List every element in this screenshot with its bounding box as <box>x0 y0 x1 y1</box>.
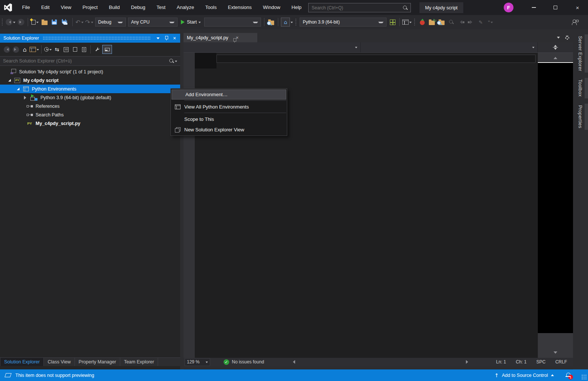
close-panel-button[interactable]: × <box>170 34 179 42</box>
chevron-up-icon[interactable] <box>551 373 554 376</box>
collapse-all-button[interactable] <box>62 45 70 54</box>
notifications-bell-icon[interactable]: 1 <box>565 372 571 378</box>
search-input[interactable] <box>309 5 403 10</box>
tab-team-explorer[interactable]: Team Explorer <box>120 358 158 366</box>
find-symbol-button[interactable] <box>447 17 455 27</box>
comment-button[interactable]: " <box>486 17 494 27</box>
tree-item-python-env[interactable]: Python 3.9 (64-bit) (global default) <box>0 93 180 102</box>
menu-debug[interactable]: Debug <box>125 0 151 15</box>
tree-item-project[interactable]: PY My c4pdy script <box>0 76 180 85</box>
tree-item-python-environments[interactable]: Python Environments <box>0 85 180 93</box>
find-in-files-button[interactable] <box>267 17 275 27</box>
se-search-input[interactable] <box>3 58 169 64</box>
expander-open-icon[interactable] <box>8 79 11 82</box>
menu-project[interactable]: Project <box>77 0 103 15</box>
document-list-caret[interactable] <box>557 37 560 40</box>
pin-button[interactable] <box>162 34 170 42</box>
start-debug-button[interactable]: Start <box>181 17 201 27</box>
column-indicator[interactable]: Ch: 1 <box>516 359 527 365</box>
search-icon[interactable] <box>169 58 174 64</box>
menu-edit[interactable]: Edit <box>36 0 55 15</box>
document-tab[interactable]: My_c4pdy_script.py × <box>184 33 257 42</box>
window-layout-button[interactable] <box>402 17 412 27</box>
menu-view[interactable]: View <box>55 0 77 15</box>
se-forward-button[interactable] <box>12 45 20 54</box>
scroll-down-button[interactable] <box>538 350 573 358</box>
tab-toolbox[interactable]: Toolbox <box>577 78 588 98</box>
close-button[interactable]: × <box>569 0 586 15</box>
target-combo[interactable] <box>204 18 261 27</box>
menu-file[interactable]: File <box>16 0 36 15</box>
spaces-indicator[interactable]: SPC <box>536 359 546 365</box>
window-position-button[interactable] <box>154 34 162 42</box>
tab-server-explorer[interactable]: Server Explorer <box>577 34 588 73</box>
new-project-button[interactable] <box>31 17 39 27</box>
undo-button[interactable]: ↶ <box>75 17 84 27</box>
menu-extensions[interactable]: Extensions <box>222 0 257 15</box>
tree-item-references[interactable]: References <box>0 102 180 110</box>
scroll-right-arrow[interactable] <box>466 360 470 364</box>
configuration-combo[interactable]: Debug <box>95 18 126 27</box>
open-file-button[interactable] <box>40 17 49 27</box>
menu-item-view-all-environments[interactable]: View All Python Environments <box>171 101 287 112</box>
resize-grip[interactable] <box>581 374 587 380</box>
wrench-button[interactable] <box>93 45 101 54</box>
extension-tomato-button[interactable] <box>418 17 426 27</box>
panel-splitter[interactable] <box>184 366 573 369</box>
solution-explorer-titlebar[interactable]: Solution Explorer × <box>0 34 180 43</box>
search-options-caret[interactable] <box>175 61 177 63</box>
edit-button[interactable]: ✎ <box>476 17 485 27</box>
menu-build[interactable]: Build <box>103 0 125 15</box>
preview-selected-items-toggle[interactable] <box>102 45 112 54</box>
zoom-combo[interactable]: 129 % <box>185 358 210 366</box>
tab-class-view[interactable]: Class View <box>44 358 75 366</box>
shift-left-button[interactable] <box>457 17 465 27</box>
menu-test[interactable]: Test <box>151 0 171 15</box>
quick-search-box[interactable] <box>308 3 411 12</box>
expander-closed-icon[interactable] <box>24 96 28 100</box>
member-dropdown[interactable] <box>361 42 538 52</box>
menu-tools[interactable]: Tools <box>200 0 222 15</box>
shift-right-button[interactable] <box>467 17 475 27</box>
scrollbar-splitter[interactable] <box>538 42 573 52</box>
properties-button[interactable] <box>80 45 88 54</box>
python-environment-combo[interactable]: Python 3.9 (64-bit) <box>300 18 387 27</box>
navigate-forward-button[interactable] <box>17 17 25 27</box>
scroll-left-arrow[interactable] <box>291 360 295 364</box>
home-button[interactable]: ⌂ <box>281 17 293 27</box>
se-back-button[interactable] <box>3 45 11 54</box>
gear-icon[interactable] <box>565 36 569 40</box>
send-feedback-button[interactable] <box>571 17 579 27</box>
extension-folder-button[interactable]: ↻ <box>428 17 436 27</box>
save-button[interactable] <box>50 17 58 27</box>
editor-horizontal-scrollbar[interactable] <box>291 360 470 364</box>
tab-properties[interactable]: Properties <box>577 104 588 130</box>
user-avatar[interactable]: F <box>504 3 513 12</box>
show-all-files-button[interactable] <box>71 45 79 54</box>
save-all-button[interactable] <box>60 17 70 27</box>
line-ending-indicator[interactable]: CRLF <box>555 359 567 365</box>
scroll-up-button[interactable] <box>538 53 573 61</box>
expander-open-icon[interactable] <box>17 88 19 90</box>
switch-views-button[interactable] <box>30 45 39 54</box>
tab-solution-explorer[interactable]: Solution Explorer <box>0 358 44 366</box>
minimize-button[interactable] <box>525 0 542 15</box>
type-dropdown[interactable] <box>184 42 361 52</box>
tab-property-manager[interactable]: Property Manager <box>75 358 120 366</box>
add-to-source-control-button[interactable]: Add to Source Control <box>502 373 548 378</box>
map-mode-scrollbar[interactable] <box>538 53 573 358</box>
menu-analyze[interactable]: Analyze <box>171 0 200 15</box>
add-environment-button[interactable] <box>388 17 397 27</box>
maximize-button[interactable] <box>547 0 564 15</box>
pending-changes-filter-button[interactable] <box>44 45 52 54</box>
toolbar-drag-grip[interactable] <box>1 18 3 26</box>
menu-window[interactable]: Window <box>257 0 286 15</box>
platform-combo[interactable]: Any CPU <box>128 18 178 27</box>
redo-button[interactable]: ↷ <box>85 17 93 27</box>
sync-with-active-document-button[interactable]: ⇆ <box>53 45 61 54</box>
navigate-back-button[interactable] <box>6 17 15 27</box>
menu-item-add-environment[interactable]: Add Environment… <box>172 89 286 100</box>
tree-item-solution[interactable]: Solution 'My c4pdy script' (1 of 1 proje… <box>0 67 180 76</box>
menu-item-new-solution-explorer-view[interactable]: New Solution Explorer View <box>171 124 287 135</box>
scrollbar-map[interactable] <box>538 62 573 333</box>
